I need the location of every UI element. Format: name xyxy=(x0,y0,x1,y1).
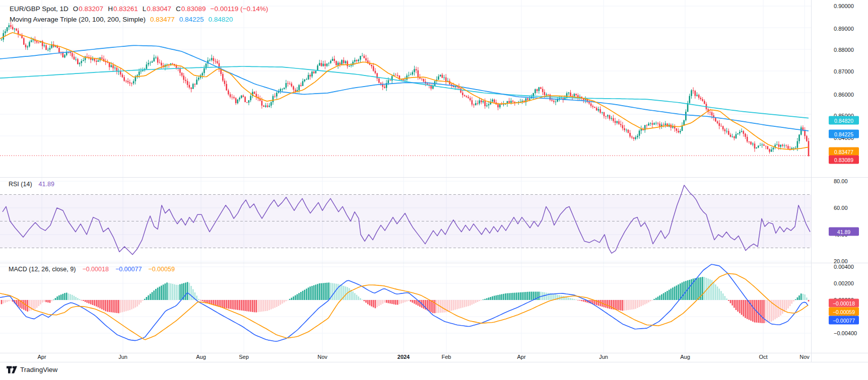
macd-axis-label: −0.00400 xyxy=(834,331,857,336)
price-axis-label: 0.87000 xyxy=(834,69,854,74)
rsi-indicator-title[interactable]: RSI (14) xyxy=(9,181,32,188)
price-axis-label: 0.86000 xyxy=(834,92,854,98)
price-axis-label: 0.90000 xyxy=(834,4,854,9)
macd-panel-divider[interactable] xyxy=(0,263,868,263)
time-axis-label: Jun xyxy=(599,354,608,360)
price-axis-label: 0.88000 xyxy=(834,47,854,53)
macd-indicator-title[interactable]: MACD (12, 26, close, 9) xyxy=(9,266,76,273)
ohlc-l-value: L0.83047 xyxy=(143,4,171,14)
rsi-axis-badge: 41.89 xyxy=(829,227,859,236)
time-axis-label: Feb xyxy=(442,354,451,360)
ohlc-row: EUR/GBP Spot, 1D O0.83207H0.83261L0.8304… xyxy=(10,4,268,14)
price-axis-badge: 0.83089 xyxy=(829,156,859,164)
macd-axis-badge: −0.00077 xyxy=(829,316,859,325)
symbol-title[interactable]: EUR/GBP Spot, 1D xyxy=(10,4,69,14)
tradingview-label: TradingView xyxy=(20,366,57,373)
tradingview-icon xyxy=(7,366,17,373)
rsi-panel-divider[interactable] xyxy=(0,177,868,178)
macd-axis-label: 0.00200 xyxy=(834,281,854,286)
ma-value: 0.84225 xyxy=(179,14,204,25)
time-axis-label: Oct xyxy=(759,354,767,360)
macd-axis-badge: −0.00059 xyxy=(829,308,859,316)
time-axis-divider xyxy=(0,353,868,353)
macd-value: −0.00018 xyxy=(82,266,108,273)
macd-axis-label: 0.00400 xyxy=(834,264,854,270)
bottom-divider xyxy=(0,362,868,362)
rsi-axis-label: 80.00 xyxy=(834,179,848,184)
time-axis-label: Nov xyxy=(799,354,810,360)
macd-value: −0.00059 xyxy=(148,266,174,273)
tradingview-chart-page: { "header": { "symbol": "EUR/GBP Spot, 1… xyxy=(0,0,868,380)
time-axis-label: Nov xyxy=(317,354,327,360)
ma-values: 0.834770.842250.84820 xyxy=(150,14,233,25)
chart-canvas[interactable] xyxy=(0,0,868,363)
price-axis-label: 0.89000 xyxy=(834,26,854,32)
time-axis-label: Apr xyxy=(37,354,46,360)
rsi-axis-label: 60.00 xyxy=(834,205,848,211)
change-value: −0.00119 (−0.14%) xyxy=(211,4,269,14)
time-axis-label: 2024 xyxy=(397,354,410,360)
macd-value: −0.00077 xyxy=(115,266,142,273)
price-axis-badge: 0.84225 xyxy=(829,130,859,138)
time-axis-label: Aug xyxy=(680,354,690,360)
ma-value: 0.84820 xyxy=(209,14,233,25)
price-axis-badge: 0.84820 xyxy=(829,116,859,125)
time-axis-label: Apr xyxy=(517,354,525,360)
macd-header[interactable]: MACD (12, 26, close, 9)−0.00018−0.00077−… xyxy=(9,266,182,273)
macd-axis-badge: −0.00018 xyxy=(829,299,859,308)
ohlc-values: O0.83207H0.83261L0.83047C0.83089 xyxy=(73,4,206,14)
time-axis-label: Jun xyxy=(118,354,127,360)
price-axis-badge: 0.83477 xyxy=(829,147,859,156)
ma-indicator-title[interactable]: Moving Average Triple (20, 100, 200, Sim… xyxy=(10,14,146,25)
time-axis-label: Aug xyxy=(196,354,206,360)
symbol-header[interactable]: EUR/GBP Spot, 1D O0.83207H0.83261L0.8304… xyxy=(10,4,268,25)
ohlc-c-value: C0.83089 xyxy=(176,4,206,14)
time-axis-label: Sep xyxy=(239,354,249,360)
rsi-value: 41.89 xyxy=(39,181,54,188)
ma-value: 0.83477 xyxy=(150,14,175,25)
ma-row: Moving Average Triple (20, 100, 200, Sim… xyxy=(10,14,268,25)
ohlc-h-value: H0.83261 xyxy=(108,4,138,14)
price-axis-divider xyxy=(811,0,812,362)
tradingview-logo[interactable]: TradingView xyxy=(7,366,57,373)
rsi-header[interactable]: RSI (14)41.89 xyxy=(9,181,58,188)
ohlc-o-value: O0.83207 xyxy=(73,4,103,14)
macd-values: −0.00018−0.00077−0.00059 xyxy=(79,266,178,273)
